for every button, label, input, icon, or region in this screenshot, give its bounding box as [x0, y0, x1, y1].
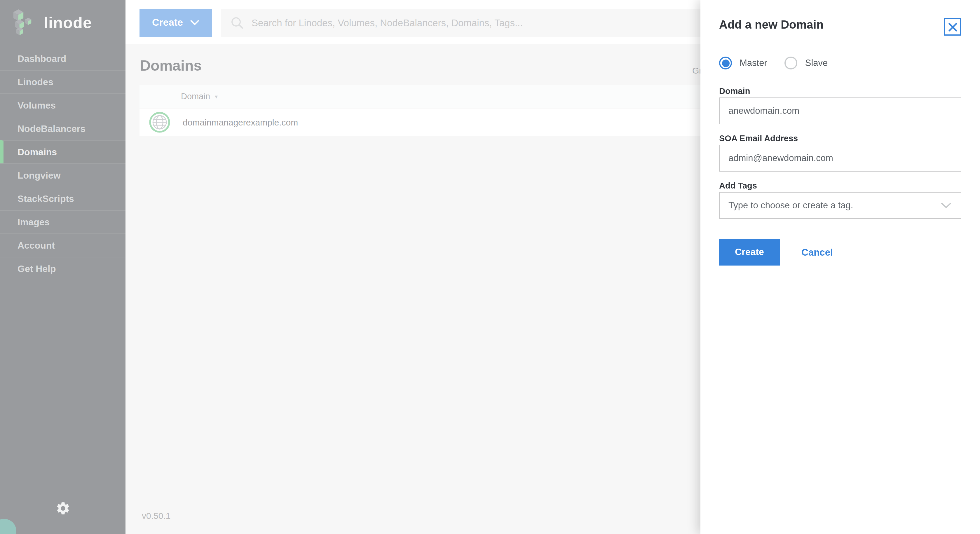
close-drawer-button[interactable] — [944, 18, 961, 36]
soa-email-input[interactable] — [729, 153, 951, 164]
radio-master[interactable] — [719, 57, 732, 70]
radio-slave-label[interactable]: Slave — [805, 58, 828, 68]
domain-type-radio-group: Master Slave — [719, 57, 961, 70]
radio-master-label[interactable]: Master — [740, 58, 767, 68]
chevron-down-icon — [941, 202, 951, 209]
add-domain-drawer: Add a new Domain Master Slave Domain SOA… — [700, 0, 980, 534]
linode-cloud-manager: Create Domains Gr Domain ▾ — [0, 0, 980, 534]
domain-input[interactable] — [729, 106, 951, 116]
drawer-actions: Create Cancel — [719, 239, 961, 265]
radio-slave[interactable] — [785, 57, 798, 70]
add-tags-field — [719, 192, 961, 219]
add-tags-field-label: Add Tags — [719, 181, 961, 190]
radio-master-dot — [722, 59, 729, 67]
domain-field-label: Domain — [719, 86, 961, 96]
drawer-title: Add a new Domain — [719, 17, 961, 32]
add-tags-input[interactable] — [729, 200, 941, 211]
domain-field — [719, 97, 961, 124]
drawer-create-button[interactable]: Create — [719, 239, 780, 265]
close-icon — [948, 22, 957, 31]
soa-email-field — [719, 145, 961, 172]
soa-email-field-label: SOA Email Address — [719, 134, 961, 143]
drawer-cancel-button[interactable]: Cancel — [802, 246, 833, 257]
